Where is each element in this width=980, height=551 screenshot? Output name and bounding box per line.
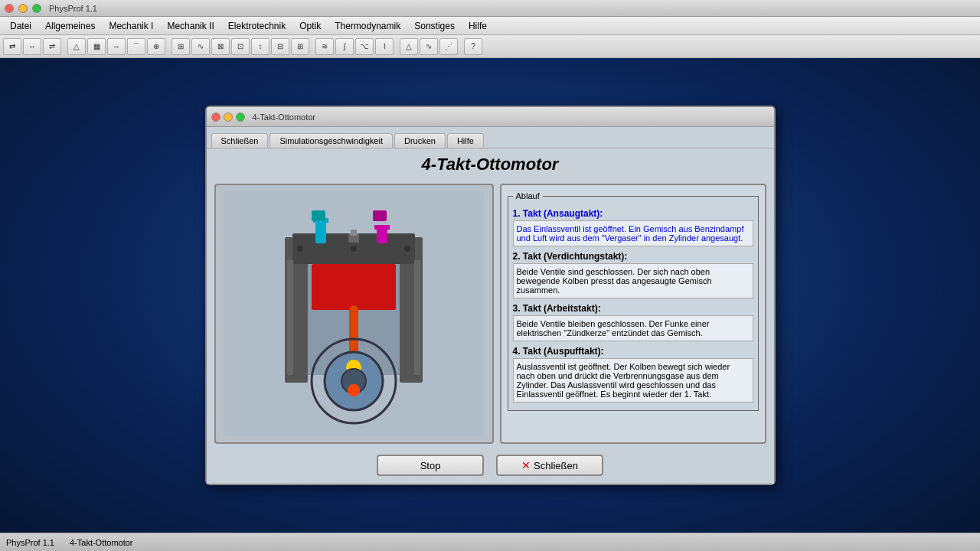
- sim-titlebar: 4-Takt-Ottomotor: [207, 107, 774, 127]
- svg-rect-3: [312, 264, 396, 310]
- toolbar-btn-1[interactable]: ⇄: [3, 38, 21, 55]
- minimize-btn[interactable]: [18, 4, 28, 13]
- takt2-desc: Beide Ventile sind geschlossen. Der sich…: [513, 263, 753, 298]
- ablauf-legend: Ablauf: [513, 191, 543, 201]
- takt4-header: 4. Takt (Auspufftakt):: [513, 346, 753, 357]
- sim-min-btn[interactable]: [224, 112, 233, 122]
- status-app: PhysProf 1.1: [6, 538, 54, 547]
- toolbar-btn-12[interactable]: ⊡: [231, 38, 250, 55]
- menu-bar: Datei Allgemeines Mechanik I Mechanik II…: [0, 17, 980, 35]
- sim-close-btn[interactable]: [211, 112, 220, 122]
- tab-hilfe[interactable]: Hilfe: [447, 133, 484, 148]
- stop-button[interactable]: Stop: [377, 455, 484, 476]
- svg-rect-22: [351, 230, 357, 236]
- takt1-desc: Das Einlassventil ist geöffnet. Ein Gemi…: [513, 220, 753, 246]
- sim-max-btn[interactable]: [236, 112, 245, 122]
- ablauf-fieldset: Ablauf 1. Takt (Ansaugtakt): Das Einlass…: [508, 191, 759, 411]
- toolbar-btn-20[interactable]: △: [400, 38, 418, 55]
- toolbar-btn-14[interactable]: ⊟: [271, 38, 289, 55]
- takt3-header: 3. Takt (Arbeitstakt):: [513, 303, 753, 314]
- sim-window: 4-Takt-Ottomotor Schließen Simulationsge…: [205, 106, 776, 485]
- sim-buttons: Stop ✕ Schließen: [207, 448, 774, 484]
- toolbar-btn-16[interactable]: ≋: [315, 38, 334, 55]
- app-titlebar: PhysProf 1.1: [0, 0, 980, 17]
- menu-thermodynamik[interactable]: Thermodynamik: [328, 18, 407, 34]
- maximize-btn[interactable]: [32, 4, 41, 13]
- sim-content: Ablauf 1. Takt (Ansaugtakt): Das Einlass…: [207, 179, 774, 448]
- menu-mechanik1[interactable]: Mechanik I: [102, 18, 160, 34]
- toolbar-btn-13[interactable]: ↕: [251, 38, 270, 55]
- svg-point-25: [297, 246, 303, 252]
- tab-schliessen[interactable]: Schließen: [211, 133, 269, 148]
- menu-allgemeines[interactable]: Allgemeines: [38, 18, 102, 34]
- menu-optik[interactable]: Optik: [292, 18, 328, 34]
- sim-heading: 4-Takt-Ottomotor: [207, 148, 774, 179]
- toolbar-btn-11[interactable]: ⊠: [211, 38, 230, 55]
- svg-rect-17: [377, 228, 387, 243]
- status-module: 4-Takt-Ottomotor: [70, 538, 133, 547]
- toolbar-btn-2[interactable]: ↔: [23, 38, 41, 55]
- svg-rect-23: [287, 260, 293, 375]
- toolbar-btn-5[interactable]: ▦: [87, 38, 106, 55]
- schliessen-button[interactable]: ✕ Schließen: [496, 455, 603, 476]
- toolbar-btn-3[interactable]: ⇌: [43, 38, 61, 55]
- toolbar: ⇄ ↔ ⇌ △ ▦ ↔ ⌒ ⊕ ⊞ ∿ ⊠ ⊡ ↕ ⊟ ⊞ ≋ ∫ ⌥ ⌇ △ …: [0, 35, 980, 58]
- svg-rect-18: [374, 225, 390, 230]
- toolbar-btn-15[interactable]: ⊞: [291, 38, 309, 55]
- menu-datei[interactable]: Datei: [3, 18, 38, 34]
- toolbar-btn-17[interactable]: ∫: [335, 38, 354, 55]
- tab-drucken[interactable]: Drucken: [394, 133, 446, 148]
- close-btn[interactable]: [5, 4, 14, 13]
- svg-point-27: [351, 246, 357, 252]
- app-title: PhysProf 1.1: [49, 4, 97, 13]
- toolbar-btn-18[interactable]: ⌥: [355, 38, 374, 55]
- menu-mechanik2[interactable]: Mechanik II: [160, 18, 220, 34]
- toolbar-btn-7[interactable]: ⌒: [127, 38, 145, 55]
- toolbar-btn-9[interactable]: ⊞: [172, 38, 190, 55]
- sim-title: 4-Takt-Ottomotor: [253, 112, 316, 122]
- toolbar-btn-19[interactable]: ⌇: [375, 38, 394, 55]
- close-icon: ✕: [521, 459, 531, 471]
- toolbar-btn-10[interactable]: ∿: [191, 38, 210, 55]
- menu-hilfe[interactable]: Hilfe: [462, 18, 494, 34]
- svg-rect-24: [414, 260, 420, 375]
- schliessen-label: Schließen: [534, 460, 578, 471]
- svg-rect-14: [315, 220, 326, 243]
- sim-tabs: Schließen Simulationsgeschwindigkeit Dru…: [207, 127, 774, 148]
- info-panel: Ablauf 1. Takt (Ansaugtakt): Das Einlass…: [500, 184, 766, 444]
- engine-svg: [224, 191, 484, 436]
- main-area: 4-Takt-Ottomotor Schließen Simulationsge…: [0, 58, 980, 533]
- toolbar-btn-8[interactable]: ⊕: [147, 38, 165, 55]
- toolbar-btn-help[interactable]: ?: [464, 38, 482, 55]
- toolbar-btn-4[interactable]: △: [67, 38, 86, 55]
- svg-rect-19: [312, 210, 325, 221]
- tab-simgeschw[interactable]: Simulationsgeschwindigkeit: [270, 133, 393, 148]
- takt4-desc: Auslassventil ist geöffnet. Der Kolben b…: [513, 358, 753, 403]
- menu-sonstiges[interactable]: Sonstiges: [407, 18, 462, 34]
- svg-point-9: [348, 384, 360, 396]
- engine-panel: [214, 184, 494, 444]
- engine-canvas: [224, 191, 484, 436]
- svg-rect-20: [373, 210, 387, 221]
- menu-elektrotechnik[interactable]: Elektrotechnik: [221, 18, 292, 34]
- status-bar: PhysProf 1.1 4-Takt-Ottomotor: [0, 533, 980, 551]
- takt1-header: 1. Takt (Ansaugtakt):: [513, 208, 753, 219]
- takt2-header: 2. Takt (Verdichtungstakt):: [513, 251, 753, 262]
- svg-point-26: [404, 246, 410, 252]
- toolbar-btn-6[interactable]: ↔: [107, 38, 126, 55]
- takt3-desc: Beide Ventile bleiben geschlossen. Der F…: [513, 315, 753, 341]
- toolbar-btn-22[interactable]: ⋰: [439, 38, 458, 55]
- toolbar-btn-21[interactable]: ∿: [420, 38, 438, 55]
